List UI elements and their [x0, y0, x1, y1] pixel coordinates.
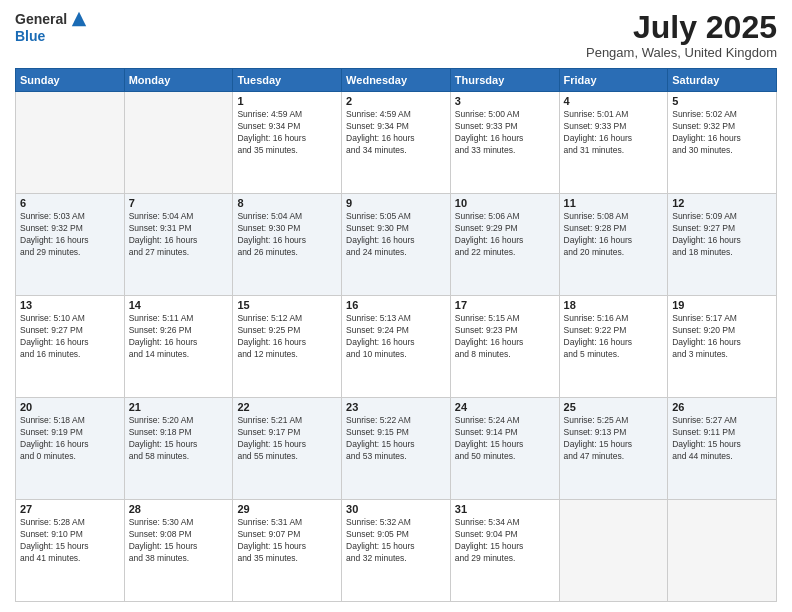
title-area: July 2025 Pengam, Wales, United Kingdom — [586, 10, 777, 60]
day-number: 12 — [672, 197, 772, 209]
col-friday: Friday — [559, 69, 668, 92]
day-number: 5 — [672, 95, 772, 107]
day-info: Sunrise: 5:04 AM Sunset: 9:30 PM Dayligh… — [237, 211, 337, 259]
day-number: 21 — [129, 401, 229, 413]
day-info: Sunrise: 5:22 AM Sunset: 9:15 PM Dayligh… — [346, 415, 446, 463]
logo-icon — [70, 10, 88, 28]
day-info: Sunrise: 5:03 AM Sunset: 9:32 PM Dayligh… — [20, 211, 120, 259]
table-row: 27Sunrise: 5:28 AM Sunset: 9:10 PM Dayli… — [16, 500, 125, 602]
day-number: 20 — [20, 401, 120, 413]
table-row: 24Sunrise: 5:24 AM Sunset: 9:14 PM Dayli… — [450, 398, 559, 500]
table-row — [668, 500, 777, 602]
calendar-week-row: 1Sunrise: 4:59 AM Sunset: 9:34 PM Daylig… — [16, 92, 777, 194]
day-number: 11 — [564, 197, 664, 209]
table-row: 6Sunrise: 5:03 AM Sunset: 9:32 PM Daylig… — [16, 194, 125, 296]
day-info: Sunrise: 5:05 AM Sunset: 9:30 PM Dayligh… — [346, 211, 446, 259]
day-number: 24 — [455, 401, 555, 413]
col-thursday: Thursday — [450, 69, 559, 92]
day-info: Sunrise: 5:28 AM Sunset: 9:10 PM Dayligh… — [20, 517, 120, 565]
day-info: Sunrise: 4:59 AM Sunset: 9:34 PM Dayligh… — [237, 109, 337, 157]
page: General Blue July 2025 Pengam, Wales, Un… — [0, 0, 792, 612]
day-info: Sunrise: 5:02 AM Sunset: 9:32 PM Dayligh… — [672, 109, 772, 157]
day-number: 15 — [237, 299, 337, 311]
day-number: 2 — [346, 95, 446, 107]
table-row: 22Sunrise: 5:21 AM Sunset: 9:17 PM Dayli… — [233, 398, 342, 500]
col-wednesday: Wednesday — [342, 69, 451, 92]
day-info: Sunrise: 5:08 AM Sunset: 9:28 PM Dayligh… — [564, 211, 664, 259]
day-number: 10 — [455, 197, 555, 209]
col-monday: Monday — [124, 69, 233, 92]
day-number: 23 — [346, 401, 446, 413]
day-number: 31 — [455, 503, 555, 515]
header: General Blue July 2025 Pengam, Wales, Un… — [15, 10, 777, 60]
table-row: 19Sunrise: 5:17 AM Sunset: 9:20 PM Dayli… — [668, 296, 777, 398]
calendar-week-row: 13Sunrise: 5:10 AM Sunset: 9:27 PM Dayli… — [16, 296, 777, 398]
day-info: Sunrise: 5:11 AM Sunset: 9:26 PM Dayligh… — [129, 313, 229, 361]
day-number: 6 — [20, 197, 120, 209]
calendar-week-row: 20Sunrise: 5:18 AM Sunset: 9:19 PM Dayli… — [16, 398, 777, 500]
col-tuesday: Tuesday — [233, 69, 342, 92]
day-number: 19 — [672, 299, 772, 311]
day-info: Sunrise: 5:20 AM Sunset: 9:18 PM Dayligh… — [129, 415, 229, 463]
table-row: 29Sunrise: 5:31 AM Sunset: 9:07 PM Dayli… — [233, 500, 342, 602]
day-info: Sunrise: 5:18 AM Sunset: 9:19 PM Dayligh… — [20, 415, 120, 463]
day-number: 26 — [672, 401, 772, 413]
table-row: 9Sunrise: 5:05 AM Sunset: 9:30 PM Daylig… — [342, 194, 451, 296]
table-row: 14Sunrise: 5:11 AM Sunset: 9:26 PM Dayli… — [124, 296, 233, 398]
table-row: 1Sunrise: 4:59 AM Sunset: 9:34 PM Daylig… — [233, 92, 342, 194]
day-info: Sunrise: 5:13 AM Sunset: 9:24 PM Dayligh… — [346, 313, 446, 361]
month-title: July 2025 — [586, 10, 777, 45]
calendar-week-row: 6Sunrise: 5:03 AM Sunset: 9:32 PM Daylig… — [16, 194, 777, 296]
table-row: 31Sunrise: 5:34 AM Sunset: 9:04 PM Dayli… — [450, 500, 559, 602]
day-number: 28 — [129, 503, 229, 515]
table-row: 13Sunrise: 5:10 AM Sunset: 9:27 PM Dayli… — [16, 296, 125, 398]
day-info: Sunrise: 5:09 AM Sunset: 9:27 PM Dayligh… — [672, 211, 772, 259]
day-info: Sunrise: 5:21 AM Sunset: 9:17 PM Dayligh… — [237, 415, 337, 463]
table-row: 23Sunrise: 5:22 AM Sunset: 9:15 PM Dayli… — [342, 398, 451, 500]
calendar-header-row: Sunday Monday Tuesday Wednesday Thursday… — [16, 69, 777, 92]
calendar-table: Sunday Monday Tuesday Wednesday Thursday… — [15, 68, 777, 602]
day-info: Sunrise: 5:12 AM Sunset: 9:25 PM Dayligh… — [237, 313, 337, 361]
table-row: 17Sunrise: 5:15 AM Sunset: 9:23 PM Dayli… — [450, 296, 559, 398]
table-row: 15Sunrise: 5:12 AM Sunset: 9:25 PM Dayli… — [233, 296, 342, 398]
day-info: Sunrise: 5:25 AM Sunset: 9:13 PM Dayligh… — [564, 415, 664, 463]
day-number: 9 — [346, 197, 446, 209]
day-info: Sunrise: 5:04 AM Sunset: 9:31 PM Dayligh… — [129, 211, 229, 259]
day-info: Sunrise: 5:10 AM Sunset: 9:27 PM Dayligh… — [20, 313, 120, 361]
day-info: Sunrise: 5:16 AM Sunset: 9:22 PM Dayligh… — [564, 313, 664, 361]
table-row: 12Sunrise: 5:09 AM Sunset: 9:27 PM Dayli… — [668, 194, 777, 296]
table-row: 21Sunrise: 5:20 AM Sunset: 9:18 PM Dayli… — [124, 398, 233, 500]
table-row: 30Sunrise: 5:32 AM Sunset: 9:05 PM Dayli… — [342, 500, 451, 602]
day-info: Sunrise: 5:24 AM Sunset: 9:14 PM Dayligh… — [455, 415, 555, 463]
day-info: Sunrise: 5:01 AM Sunset: 9:33 PM Dayligh… — [564, 109, 664, 157]
table-row: 20Sunrise: 5:18 AM Sunset: 9:19 PM Dayli… — [16, 398, 125, 500]
table-row: 18Sunrise: 5:16 AM Sunset: 9:22 PM Dayli… — [559, 296, 668, 398]
day-info: Sunrise: 5:00 AM Sunset: 9:33 PM Dayligh… — [455, 109, 555, 157]
day-info: Sunrise: 5:31 AM Sunset: 9:07 PM Dayligh… — [237, 517, 337, 565]
table-row: 10Sunrise: 5:06 AM Sunset: 9:29 PM Dayli… — [450, 194, 559, 296]
table-row: 11Sunrise: 5:08 AM Sunset: 9:28 PM Dayli… — [559, 194, 668, 296]
location: Pengam, Wales, United Kingdom — [586, 45, 777, 60]
day-info: Sunrise: 5:15 AM Sunset: 9:23 PM Dayligh… — [455, 313, 555, 361]
logo: General Blue — [15, 10, 88, 44]
day-number: 25 — [564, 401, 664, 413]
day-number: 13 — [20, 299, 120, 311]
logo-blue-text: Blue — [15, 28, 88, 44]
table-row: 25Sunrise: 5:25 AM Sunset: 9:13 PM Dayli… — [559, 398, 668, 500]
col-saturday: Saturday — [668, 69, 777, 92]
day-number: 16 — [346, 299, 446, 311]
table-row: 5Sunrise: 5:02 AM Sunset: 9:32 PM Daylig… — [668, 92, 777, 194]
table-row: 28Sunrise: 5:30 AM Sunset: 9:08 PM Dayli… — [124, 500, 233, 602]
table-row — [16, 92, 125, 194]
day-number: 1 — [237, 95, 337, 107]
table-row: 8Sunrise: 5:04 AM Sunset: 9:30 PM Daylig… — [233, 194, 342, 296]
logo-general-text: General — [15, 11, 67, 27]
day-info: Sunrise: 5:30 AM Sunset: 9:08 PM Dayligh… — [129, 517, 229, 565]
table-row: 7Sunrise: 5:04 AM Sunset: 9:31 PM Daylig… — [124, 194, 233, 296]
day-number: 3 — [455, 95, 555, 107]
day-info: Sunrise: 5:27 AM Sunset: 9:11 PM Dayligh… — [672, 415, 772, 463]
table-row: 3Sunrise: 5:00 AM Sunset: 9:33 PM Daylig… — [450, 92, 559, 194]
day-number: 30 — [346, 503, 446, 515]
table-row: 2Sunrise: 4:59 AM Sunset: 9:34 PM Daylig… — [342, 92, 451, 194]
table-row — [124, 92, 233, 194]
